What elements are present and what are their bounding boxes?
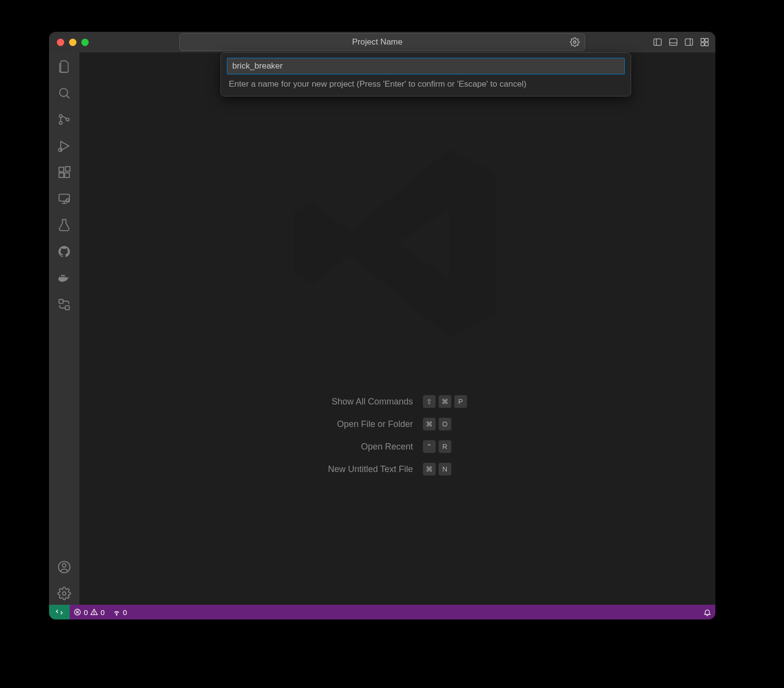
key: ⌘ bbox=[439, 395, 451, 408]
welcome-item-keys: ⌘ N bbox=[423, 463, 467, 475]
key: ⌃ bbox=[423, 440, 436, 453]
ports-status[interactable]: 0 bbox=[109, 605, 131, 619]
window-controls bbox=[49, 39, 89, 46]
svg-line-12 bbox=[67, 95, 70, 98]
key: R bbox=[439, 440, 451, 453]
svg-rect-7 bbox=[701, 39, 705, 42]
welcome-item-keys: ⌃ R bbox=[423, 440, 467, 453]
remote-indicator[interactable] bbox=[49, 605, 70, 619]
project-name-input[interactable] bbox=[227, 58, 625, 74]
quick-input-hint: Enter a name for your new project (Press… bbox=[227, 74, 625, 91]
extensions-icon[interactable] bbox=[57, 165, 72, 180]
svg-rect-18 bbox=[59, 167, 64, 172]
problems-status[interactable]: 0 0 bbox=[70, 605, 109, 619]
vscode-window: Project Name bbox=[49, 32, 715, 619]
activity-bar bbox=[49, 52, 79, 605]
svg-rect-9 bbox=[701, 43, 705, 46]
svg-rect-5 bbox=[686, 39, 693, 45]
welcome-item-keys: ⌘ O bbox=[423, 418, 467, 430]
welcome-item-keys: ⇧ ⌘ P bbox=[423, 395, 467, 408]
status-bar: 0 0 0 bbox=[49, 605, 715, 619]
svg-rect-19 bbox=[59, 173, 64, 177]
svg-rect-10 bbox=[705, 43, 709, 46]
notifications-button[interactable] bbox=[699, 605, 715, 619]
editor-body: Show All Commands ⇧ ⌘ P Open File or Fol… bbox=[49, 52, 715, 605]
explorer-icon[interactable] bbox=[57, 59, 72, 74]
github-icon[interactable] bbox=[57, 244, 72, 259]
svg-rect-8 bbox=[705, 39, 709, 42]
warnings-count: 0 bbox=[100, 608, 104, 617]
toggle-primary-sidebar-icon[interactable] bbox=[653, 37, 662, 47]
run-debug-icon[interactable] bbox=[57, 139, 72, 153]
gear-icon[interactable] bbox=[570, 37, 580, 47]
vscode-logo-watermark bbox=[280, 126, 515, 361]
welcome-item-label: Show All Commands bbox=[328, 397, 413, 407]
minimize-window-button[interactable] bbox=[69, 39, 76, 46]
key: P bbox=[454, 395, 467, 408]
layout-controls bbox=[653, 32, 710, 52]
source-control-icon[interactable] bbox=[57, 112, 72, 127]
testing-icon[interactable] bbox=[57, 218, 72, 233]
svg-rect-1 bbox=[654, 39, 662, 45]
command-center[interactable]: Project Name bbox=[179, 33, 585, 51]
ports-count: 0 bbox=[123, 608, 127, 617]
key: N bbox=[439, 463, 451, 475]
svg-rect-22 bbox=[59, 194, 70, 201]
svg-rect-20 bbox=[65, 173, 69, 177]
command-center-title: Project Name bbox=[185, 37, 570, 47]
project-manager-icon[interactable] bbox=[57, 297, 72, 312]
customize-layout-icon[interactable] bbox=[700, 37, 710, 47]
svg-point-30 bbox=[62, 564, 66, 567]
welcome-item-label: Open Recent bbox=[328, 442, 413, 452]
welcome-item-label: New Untitled Text File bbox=[328, 464, 413, 474]
accounts-icon[interactable] bbox=[57, 560, 72, 574]
titlebar: Project Name bbox=[49, 32, 715, 52]
welcome-item-label: Open File or Folder bbox=[328, 419, 413, 429]
svg-rect-28 bbox=[65, 306, 69, 309]
svg-point-11 bbox=[60, 89, 68, 96]
editor-area: Show All Commands ⇧ ⌘ P Open File or Fol… bbox=[79, 52, 715, 605]
svg-rect-27 bbox=[59, 300, 63, 304]
key: O bbox=[439, 418, 451, 430]
svg-point-0 bbox=[574, 41, 576, 44]
svg-point-14 bbox=[59, 121, 62, 124]
docker-icon[interactable] bbox=[57, 271, 72, 285]
maximize-window-button[interactable] bbox=[81, 39, 89, 46]
svg-point-13 bbox=[59, 115, 62, 118]
key: ⌘ bbox=[423, 418, 436, 430]
errors-count: 0 bbox=[84, 608, 88, 617]
svg-rect-3 bbox=[670, 39, 677, 45]
key: ⇧ bbox=[423, 395, 436, 408]
key: ⌘ bbox=[423, 463, 436, 475]
svg-point-37 bbox=[116, 614, 117, 615]
remote-explorer-icon[interactable] bbox=[57, 191, 72, 206]
svg-rect-21 bbox=[65, 166, 70, 171]
quick-input-widget: Enter a name for your new project (Press… bbox=[220, 52, 631, 96]
svg-point-36 bbox=[94, 614, 95, 614]
close-window-button[interactable] bbox=[57, 39, 64, 46]
settings-icon[interactable] bbox=[57, 586, 72, 601]
toggle-secondary-sidebar-icon[interactable] bbox=[684, 37, 694, 47]
svg-point-31 bbox=[63, 592, 66, 595]
toggle-panel-icon[interactable] bbox=[668, 37, 678, 47]
welcome-shortcuts: Show All Commands ⇧ ⌘ P Open File or Fol… bbox=[328, 395, 467, 475]
search-icon[interactable] bbox=[57, 86, 72, 100]
